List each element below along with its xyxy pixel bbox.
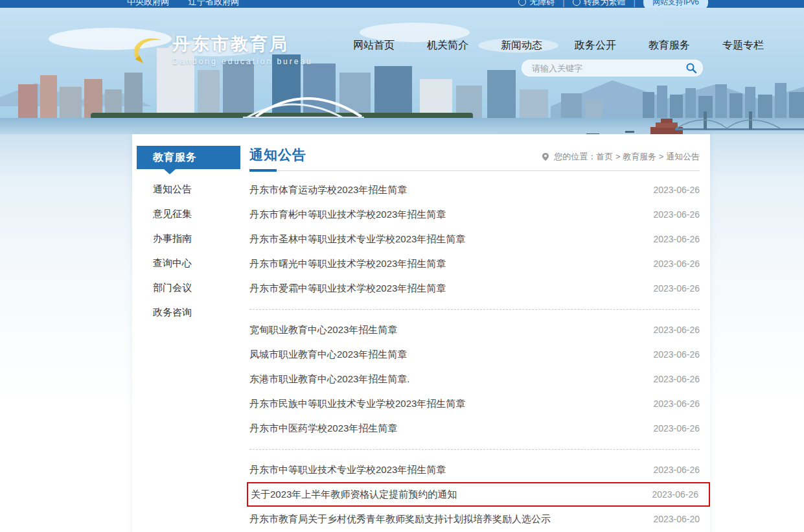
notice-link[interactable]: 丹东市教育局关于乡村优秀青年教师奖励支持计划拟培养奖励人选公示 bbox=[249, 513, 551, 526]
top-utility-bar: 中央政府网 辽宁省政府网 无障碍 | 转换为繁體 | 网站支持IPv6 bbox=[0, 0, 804, 8]
main-nav: 网站首页 机关简介 新闻动态 政务公开 教育服务 专题专栏 bbox=[353, 39, 764, 52]
nav-item-home[interactable]: 网站首页 bbox=[353, 39, 395, 52]
notice-date: 2023-06-20 bbox=[640, 514, 700, 524]
search-box bbox=[522, 60, 703, 76]
nav-item-education-services[interactable]: 教育服务 bbox=[649, 39, 690, 52]
sidebar-item-service-guide[interactable]: 办事指南 bbox=[137, 226, 240, 251]
notice-date: 2023-06-26 bbox=[640, 234, 700, 244]
notice-link[interactable]: 宽甸职业教育中心2023年招生简章 bbox=[249, 324, 397, 336]
breadcrumb: 您的位置：首页 > 教育服务 > 通知公告 bbox=[541, 151, 700, 164]
traditional-chinese-label: 转换为繁體 bbox=[584, 0, 626, 8]
sidebar-item-notices[interactable]: 通知公告 bbox=[137, 177, 240, 202]
site-name-en: Dandong education bureau bbox=[172, 57, 313, 66]
notice-date: 2023-06-26 bbox=[640, 374, 700, 384]
sidebar-item-opinion-collection[interactable]: 意见征集 bbox=[137, 202, 240, 226]
notice-link[interactable]: 凤城市职业教育中心2023年招生简章 bbox=[249, 349, 407, 361]
notice-date: 2023-06-26 bbox=[640, 349, 700, 360]
notice-row[interactable]: 丹东市圣林中等职业技术专业学校2023年招生简章 2023-06-26 bbox=[249, 227, 700, 251]
notice-group: 丹东市中等职业技术专业学校2023年招生简章 2023-06-26 关于2023… bbox=[249, 449, 700, 531]
banner: 丹东市教育局 Dandong education bureau 网站首页 机关简… bbox=[0, 8, 804, 141]
nav-item-about[interactable]: 机关简介 bbox=[427, 39, 468, 52]
notice-date: 2023-06-26 bbox=[640, 283, 700, 294]
notice-date: 2023-06-26 bbox=[640, 209, 700, 220]
sidebar-menu: 通知公告 意见征集 办事指南 查询中心 部门会议 政务咨询 bbox=[137, 177, 240, 325]
title-accent-bar bbox=[249, 169, 277, 172]
notice-date: 2023-06-26 bbox=[640, 423, 700, 434]
traditional-chinese-icon bbox=[573, 0, 580, 6]
accessibility-link[interactable]: 无障碍 bbox=[518, 0, 555, 8]
traditional-chinese-link[interactable]: 转换为繁體 bbox=[573, 0, 626, 8]
notice-row[interactable]: 丹东市育彬中等职业技术学校2023年招生简章 2023-06-26 bbox=[249, 202, 700, 227]
accessibility-label: 无障碍 bbox=[529, 0, 555, 8]
ipv6-badge[interactable]: 网站支持IPv6 bbox=[643, 0, 708, 8]
notice-row[interactable]: 丹东市爱霜中等职业技术学校2023年招生简章 2023-06-26 bbox=[249, 276, 700, 301]
nav-item-special-topics[interactable]: 专题专栏 bbox=[722, 39, 764, 52]
location-icon bbox=[541, 152, 550, 161]
notice-row[interactable]: 丹东市中医药学校2023年招生简章 2023-06-26 bbox=[249, 416, 700, 441]
sidebar-title: 教育服务 bbox=[137, 146, 240, 169]
topbar-separator: | bbox=[634, 0, 636, 7]
gov-link-liaoning[interactable]: 辽宁省政府网 bbox=[189, 0, 239, 8]
gov-link-central[interactable]: 中央政府网 bbox=[127, 0, 169, 8]
notice-row[interactable]: 丹东市中等职业技术专业学校2023年招生简章 2023-06-26 bbox=[249, 457, 700, 482]
notice-link[interactable]: 丹东市爱霜中等职业技术学校2023年招生简章 bbox=[249, 283, 446, 295]
notice-date: 2023-06-26 bbox=[639, 489, 698, 500]
nav-item-news[interactable]: 新闻动态 bbox=[501, 39, 542, 52]
main-content: 通知公告 您的位置：首页 > 教育服务 > 通知公告 丹东市体育运动学校2023… bbox=[249, 134, 710, 531]
site-header: 丹东市教育局 Dandong education bureau 网站首页 机关简… bbox=[0, 8, 804, 141]
notice-link[interactable]: 丹东市体育运动学校2023年招生简章 bbox=[249, 184, 407, 196]
sidebar-item-gov-consultation[interactable]: 政务咨询 bbox=[137, 300, 240, 325]
notice-group: 宽甸职业教育中心2023年招生简章 2023-06-26 凤城市职业教育中心20… bbox=[249, 309, 700, 441]
notice-row[interactable]: 丹东市教育局关于乡村优秀青年教师奖励支持计划拟培养奖励人选公示 2023-06-… bbox=[249, 507, 700, 531]
notice-link[interactable]: 丹东市中医药学校2023年招生简章 bbox=[249, 422, 397, 435]
logo-swoosh-icon bbox=[130, 34, 166, 64]
notice-row[interactable]: 丹东市曙光中等职业技术学校2023年招生简章 2023-06-26 bbox=[249, 251, 700, 276]
search-icon bbox=[685, 62, 697, 74]
notice-link[interactable]: 关于2023年上半年教师资格认定提前预约的通知 bbox=[251, 489, 457, 501]
notice-link[interactable]: 丹东市曙光中等职业技术学校2023年招生简章 bbox=[249, 258, 446, 270]
notice-date: 2023-06-26 bbox=[640, 325, 700, 335]
notice-date: 2023-06-26 bbox=[640, 465, 700, 475]
sidebar-item-query-center[interactable]: 查询中心 bbox=[137, 251, 240, 275]
notice-date: 2023-06-26 bbox=[640, 185, 700, 195]
notice-date: 2023-06-26 bbox=[640, 399, 700, 409]
search-input[interactable] bbox=[522, 64, 680, 73]
search-button[interactable] bbox=[680, 60, 702, 76]
notice-list: 丹东市体育运动学校2023年招生简章 2023-06-26 丹东市育彬中等职业技… bbox=[249, 171, 700, 531]
content-card: 教育服务 通知公告 意见征集 办事指南 查询中心 部门会议 政务咨询 通知公告 bbox=[132, 134, 710, 532]
sidebar: 教育服务 通知公告 意见征集 办事指南 查询中心 部门会议 政务咨询 bbox=[137, 146, 240, 325]
nav-item-gov-affairs[interactable]: 政务公开 bbox=[575, 39, 616, 52]
accessibility-icon bbox=[518, 0, 526, 6]
notice-link[interactable]: 丹东市育彬中等职业技术学校2023年招生简章 bbox=[249, 209, 446, 221]
notice-row[interactable]: 丹东市民族中等职业技术专业学校2023年招生简章 2023-06-26 bbox=[249, 391, 700, 416]
notice-date: 2023-06-26 bbox=[640, 259, 700, 269]
breadcrumb-text[interactable]: 您的位置：首页 > 教育服务 > 通知公告 bbox=[554, 151, 700, 163]
page-title: 通知公告 bbox=[249, 146, 306, 164]
notice-link[interactable]: 丹东市中等职业技术专业学校2023年招生简章 bbox=[249, 464, 446, 476]
notice-group: 丹东市体育运动学校2023年招生简章 2023-06-26 丹东市育彬中等职业技… bbox=[249, 178, 700, 301]
site-name: 丹东市教育局 bbox=[172, 32, 313, 56]
page-background: 教育服务 通知公告 意见征集 办事指南 查询中心 部门会议 政务咨询 通知公告 bbox=[0, 134, 804, 525]
main-header: 通知公告 您的位置：首页 > 教育服务 > 通知公告 bbox=[249, 146, 700, 171]
notice-link[interactable]: 丹东市民族中等职业技术专业学校2023年招生简章 bbox=[249, 398, 465, 410]
notice-row[interactable]: 丹东市体育运动学校2023年招生简章 2023-06-26 bbox=[249, 178, 700, 202]
notice-link[interactable]: 丹东市圣林中等职业技术专业学校2023年招生简章 bbox=[249, 233, 465, 246]
site-logo[interactable]: 丹东市教育局 Dandong education bureau bbox=[130, 32, 313, 66]
topbar-separator: | bbox=[562, 0, 564, 7]
notice-row[interactable]: 凤城市职业教育中心2023年招生简章 2023-06-26 bbox=[249, 342, 700, 367]
notice-row[interactable]: 宽甸职业教育中心2023年招生简章 2023-06-26 bbox=[249, 318, 700, 342]
notice-row-highlighted[interactable]: 关于2023年上半年教师资格认定提前预约的通知 2023-06-26 bbox=[247, 482, 710, 507]
sidebar-item-department-meetings[interactable]: 部门会议 bbox=[137, 275, 240, 300]
notice-row[interactable]: 东港市职业教育中心2023年招生简章. 2023-06-26 bbox=[249, 367, 700, 391]
notice-link[interactable]: 东港市职业教育中心2023年招生简章. bbox=[249, 373, 410, 386]
sidebar-arrow-icon bbox=[164, 169, 176, 174]
